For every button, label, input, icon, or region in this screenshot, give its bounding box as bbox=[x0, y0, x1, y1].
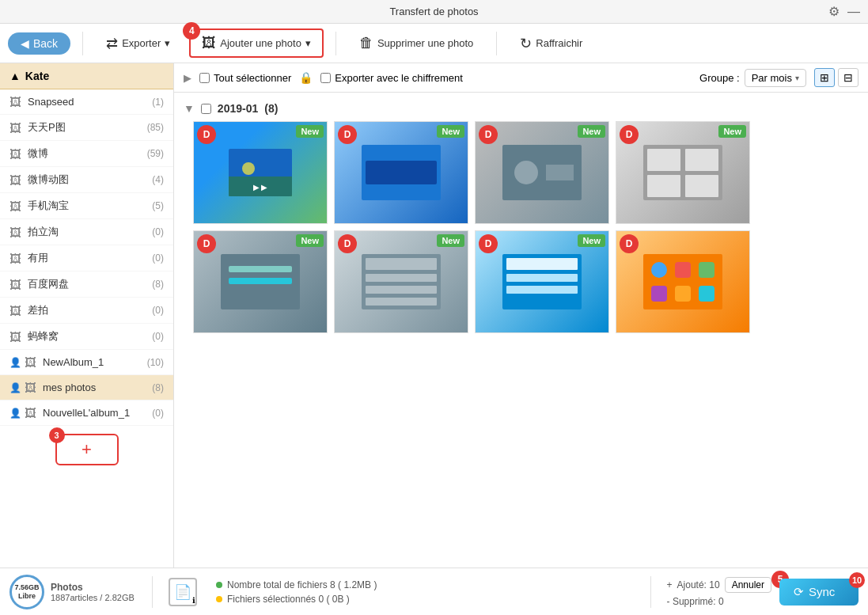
select-all-checkbox[interactable] bbox=[199, 73, 210, 83]
svg-rect-24 bbox=[506, 274, 578, 282]
sidebar-item-chapai[interactable]: 🖼 差拍 (0) bbox=[0, 298, 173, 324]
sidebar-item-count: (0) bbox=[152, 252, 164, 264]
user-album-icon: 👤 bbox=[9, 357, 21, 368]
add-photo-button[interactable]: 4 🖼 Ajouter une photo ▾ bbox=[189, 28, 324, 58]
sidebar: ▲ Kate 🖼 Snapseed (1) 🖼 天天P图 (85) 🖼 微博 (… bbox=[0, 63, 174, 568]
photo-item-3[interactable]: D New bbox=[475, 121, 609, 224]
sidebar-item-weibodongt[interactable]: 🖼 微博动图 (4) bbox=[0, 167, 173, 193]
sidebar-item-snapseed[interactable]: 🖼 Snapseed (1) bbox=[0, 89, 173, 115]
export-encrypted-label[interactable]: Exporter avec le chiffrement bbox=[320, 72, 463, 84]
svg-rect-29 bbox=[699, 262, 714, 278]
sync-section: + Ajouté: 10 Annuler - Supprimé: 0 5 ⟳ S… bbox=[667, 577, 859, 607]
month-expand-icon[interactable]: ▼ bbox=[184, 102, 195, 115]
sidebar-item-label: 手机淘宝 bbox=[28, 199, 152, 213]
info-icon: ℹ bbox=[192, 596, 195, 605]
photo-item-7[interactable]: D New bbox=[475, 230, 609, 333]
album-icon-taobao: 🖼 bbox=[9, 199, 21, 213]
new-badge-5: New bbox=[296, 234, 324, 247]
sidebar-item-newalbum1[interactable]: 👤 🖼 NewAlbum_1 (10) bbox=[0, 350, 173, 375]
photo-app-badge-4: D bbox=[620, 125, 639, 144]
sidebar-item-count: (8) bbox=[152, 382, 164, 393]
sidebar-item-label: mes photos bbox=[43, 382, 152, 393]
svg-rect-10 bbox=[647, 149, 680, 171]
sidebar-item-baidu[interactable]: 🖼 百度网盘 (8) bbox=[0, 271, 173, 298]
photo-item-8[interactable]: D bbox=[616, 230, 750, 333]
photo-item-1[interactable]: ▶ ▶ D New bbox=[193, 121, 328, 224]
separator-1 bbox=[82, 32, 83, 55]
delete-photo-button[interactable]: 🗑 Supprimer une photo bbox=[348, 30, 484, 56]
select-all-label[interactable]: Tout sélectionner bbox=[199, 72, 291, 84]
back-button[interactable]: ◀ Back bbox=[8, 32, 70, 55]
removed-label: Supprimé: 0 bbox=[673, 596, 724, 607]
album-icon-youyong: 🖼 bbox=[9, 252, 21, 265]
svg-rect-28 bbox=[675, 262, 691, 278]
list-view-button[interactable]: ⊟ bbox=[838, 68, 859, 87]
sidebar-item-label: Snapseed bbox=[28, 96, 152, 108]
sidebar-item-label: 蚂蜂窝 bbox=[28, 329, 152, 344]
separator-3 bbox=[496, 32, 497, 55]
sidebar-item-count: (0) bbox=[152, 331, 164, 342]
grid-view-button[interactable]: ⊞ bbox=[814, 68, 835, 87]
refresh-label: Raffraichir bbox=[536, 37, 582, 49]
sidebar-item-taobao[interactable]: 🖼 手机淘宝 (5) bbox=[0, 193, 173, 219]
photo-item-2[interactable]: D New bbox=[334, 121, 468, 224]
dot-green-icon bbox=[216, 582, 222, 588]
file-icon: 📄 bbox=[174, 583, 191, 601]
month-checkbox[interactable] bbox=[201, 104, 211, 114]
sidebar-item-count: (8) bbox=[152, 279, 164, 290]
sidebar-item-weibo[interactable]: 🖼 微博 (59) bbox=[0, 141, 173, 167]
sidebar-item-label: 差拍 bbox=[28, 303, 152, 317]
window-title: Transfert de photos bbox=[389, 6, 478, 17]
photo-item-4[interactable]: D New bbox=[616, 121, 750, 224]
step-badge-3: 3 bbox=[49, 427, 65, 443]
group-dropdown[interactable]: Par mois ▾ bbox=[745, 69, 806, 87]
add-album-button[interactable]: + bbox=[55, 434, 119, 465]
sidebar-item-youyong[interactable]: 🖼 有用 (0) bbox=[0, 245, 173, 271]
sidebar-item-count: (0) bbox=[152, 226, 164, 237]
month-group: ▼ 2019-01 (8) ▶ ▶ D New bbox=[174, 93, 868, 346]
sidebar-item-tianp[interactable]: 🖼 天天P图 (85) bbox=[0, 115, 173, 141]
main-layout: ▲ Kate 🖼 Snapseed (1) 🖼 天天P图 (85) 🖼 微博 (… bbox=[0, 63, 868, 568]
step-badge-4: 4 bbox=[183, 22, 200, 40]
group-value: Par mois bbox=[752, 72, 792, 84]
settings-button[interactable]: ⚙ bbox=[828, 4, 840, 19]
expand-toggle-icon[interactable]: ▶ bbox=[184, 72, 191, 84]
svg-rect-20 bbox=[366, 286, 437, 294]
svg-rect-13 bbox=[685, 175, 718, 197]
sidebar-item-label: 微博 bbox=[28, 146, 147, 161]
svg-rect-31 bbox=[675, 286, 691, 302]
sidebar-item-palitao[interactable]: 🖼 拍立淘 (0) bbox=[0, 219, 173, 245]
sidebar-item-mafengwo[interactable]: 🖼 蚂蜂窝 (0) bbox=[0, 324, 173, 350]
minimize-button[interactable]: — bbox=[847, 4, 860, 19]
export-encrypted-checkbox[interactable] bbox=[320, 73, 331, 83]
sidebar-item-label: NewAlbum_1 bbox=[43, 356, 147, 368]
album-icon-palitao: 🖼 bbox=[9, 226, 21, 239]
export-icon: ⇄ bbox=[106, 35, 118, 52]
view-buttons: ⊞ ⊟ bbox=[814, 68, 859, 87]
separator-bottom-1 bbox=[152, 576, 153, 608]
sidebar-item-mesphotos[interactable]: 👤 🖼 mes photos (8) bbox=[0, 375, 173, 401]
group-selector: Groupe : Par mois ▾ bbox=[699, 69, 806, 87]
month-header: ▼ 2019-01 (8) bbox=[184, 99, 859, 121]
cancel-button[interactable]: Annuler bbox=[725, 577, 771, 593]
add-album-wrap: 3 + bbox=[55, 434, 119, 465]
photo-item-6[interactable]: D New bbox=[334, 230, 468, 333]
sidebar-item-nouvellealbum[interactable]: 👤 🖼 NouvelleL'album_1 (0) bbox=[0, 401, 173, 426]
svg-rect-11 bbox=[685, 149, 718, 171]
window-controls: ⚙ — bbox=[828, 4, 860, 19]
new-badge-7: New bbox=[578, 234, 605, 247]
album-icon-baidu: 🖼 bbox=[9, 278, 21, 291]
photo-app-badge-7: D bbox=[479, 234, 498, 253]
album-icon-newalbum1: 🖼 bbox=[25, 355, 36, 369]
total-files-label: Nombre total de fichiers 8 ( 1.2MB ) bbox=[227, 579, 377, 590]
album-icon-mesphotos: 🖼 bbox=[25, 381, 36, 394]
sidebar-item-label: 天天P图 bbox=[28, 120, 147, 135]
dropdown-chevron-icon: ▾ bbox=[795, 74, 799, 82]
photo-app-badge-2: D bbox=[338, 125, 357, 144]
refresh-button[interactable]: ↻ Raffraichir bbox=[509, 30, 593, 57]
sync-button[interactable]: ⟳ Sync 10 bbox=[779, 579, 859, 606]
photo-item-5[interactable]: D New bbox=[193, 230, 328, 333]
sidebar-item-count: (1) bbox=[152, 97, 164, 108]
album-icon-weibo: 🖼 bbox=[9, 147, 21, 161]
export-button[interactable]: ⇄ Exporter ▾ bbox=[95, 30, 181, 57]
